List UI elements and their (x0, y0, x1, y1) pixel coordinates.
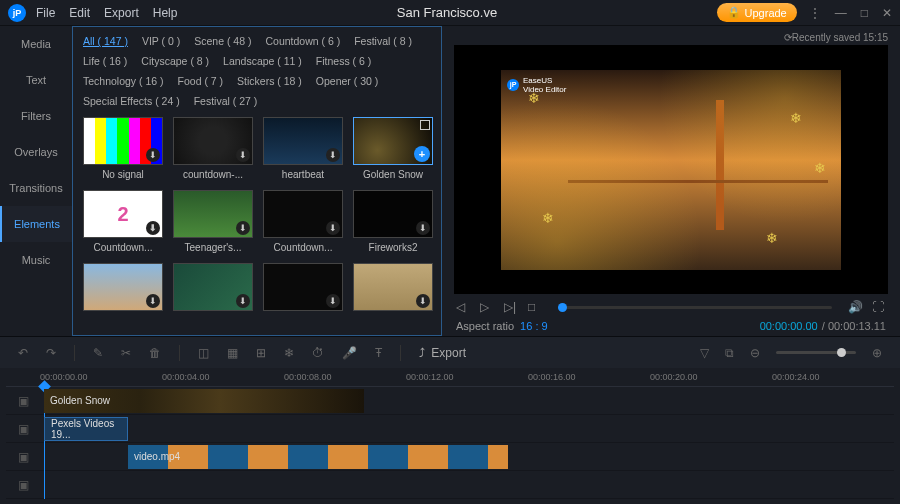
asset-label: No signal (83, 169, 163, 180)
cat-vip[interactable]: VIP ( 0 ) (142, 35, 180, 47)
close-icon[interactable]: ✕ (882, 6, 892, 20)
zoom-out-icon[interactable]: ⊖ (750, 346, 760, 360)
upgrade-button[interactable]: 🔒 Upgrade (717, 3, 797, 22)
cat-fitness[interactable]: Fitness ( 6 ) (316, 55, 371, 67)
asset-item[interactable]: ⬇ (353, 263, 433, 315)
track-empty[interactable]: ▣ (6, 471, 894, 499)
progress-bar[interactable] (558, 306, 832, 309)
asset-item[interactable]: ⬇ Fireworks2 (353, 190, 433, 253)
play-button[interactable]: ▷ (480, 300, 494, 314)
upgrade-label: Upgrade (745, 7, 787, 19)
zoom-tool-icon[interactable]: ⊞ (256, 346, 266, 360)
asset-item[interactable]: ⬇ Teenager's... (173, 190, 253, 253)
download-icon[interactable]: ⬇ (236, 148, 250, 162)
cat-food[interactable]: Food ( 7 ) (178, 75, 224, 87)
export-button[interactable]: ⤴ Export (419, 346, 466, 360)
crop-icon[interactable]: ◫ (198, 346, 209, 360)
preview-viewport[interactable]: jP EaseUSVideo Editor ❄ ❄ ❄ ❄ ❄ (454, 45, 888, 294)
download-icon[interactable]: ⬇ (326, 294, 340, 308)
cat-festival[interactable]: Festival ( 8 ) (354, 35, 412, 47)
tab-text[interactable]: Text (0, 62, 72, 98)
cat-cityscape[interactable]: Cityscape ( 8 ) (141, 55, 209, 67)
download-icon[interactable]: ⬇ (236, 221, 250, 235)
tab-elements[interactable]: Elements (0, 206, 72, 242)
fullscreen-icon[interactable]: ⛶ (872, 300, 886, 314)
zoom-slider[interactable] (776, 351, 856, 354)
asset-item[interactable]: ⬇ heartbeat (263, 117, 343, 180)
lock-icon: 🔒 (727, 6, 741, 19)
cat-specialfx[interactable]: Special Effects ( 24 ) (83, 95, 180, 107)
asset-item-selected[interactable]: + Golden Snow (353, 117, 433, 180)
cat-stickers[interactable]: Stickers ( 18 ) (237, 75, 302, 87)
export-label: Export (431, 346, 466, 360)
split-icon[interactable]: ✂ (121, 346, 131, 360)
asset-item[interactable]: ⬇ (173, 263, 253, 315)
menu-file[interactable]: File (36, 6, 55, 20)
edit-icon[interactable]: ✎ (93, 346, 103, 360)
voice-icon[interactable]: 🎤 (342, 346, 357, 360)
tab-transitions[interactable]: Transitions (0, 170, 72, 206)
zoom-in-icon[interactable]: ⊕ (872, 346, 882, 360)
asset-item[interactable]: ⬇ Countdown... (263, 190, 343, 253)
clip-golden-snow[interactable]: Golden Snow (44, 389, 364, 413)
redo-icon[interactable]: ↷ (46, 346, 56, 360)
download-icon[interactable]: ⬇ (416, 221, 430, 235)
speed-icon[interactable]: ⏱ (312, 346, 324, 360)
aspect-value[interactable]: 16 : 9 (520, 320, 548, 332)
track-video[interactable]: ▣ video.mp4 (6, 443, 894, 471)
tab-filters[interactable]: Filters (0, 98, 72, 134)
asset-item[interactable]: ⬇ No signal (83, 117, 163, 180)
download-icon[interactable]: ⬇ (146, 148, 160, 162)
asset-item[interactable]: ⬇ (83, 263, 163, 315)
clip-video[interactable]: video.mp4 (128, 445, 508, 469)
cat-landscape[interactable]: Landscape ( 11 ) (223, 55, 302, 67)
cat-life[interactable]: Life ( 16 ) (83, 55, 127, 67)
download-icon[interactable]: ⬇ (326, 221, 340, 235)
asset-browser: All ( 147 ) VIP ( 0 ) Scene ( 48 ) Count… (72, 26, 442, 336)
time-ruler[interactable]: 00:00:00.0000:00:04.0000:00:08.0000:00:1… (6, 368, 894, 386)
cat-scene[interactable]: Scene ( 48 ) (194, 35, 251, 47)
maximize-icon[interactable]: □ (861, 6, 868, 20)
menu-export[interactable]: Export (104, 6, 139, 20)
project-title: San Francisco.ve (177, 5, 716, 20)
prev-frame-button[interactable]: ◁ (456, 300, 470, 314)
freeze-icon[interactable]: ❄ (284, 346, 294, 360)
cat-opener[interactable]: Opener ( 30 ) (316, 75, 378, 87)
cat-countdown[interactable]: Countdown ( 6 ) (265, 35, 340, 47)
delete-icon[interactable]: 🗑 (149, 346, 161, 360)
fit-icon[interactable]: ⧉ (725, 346, 734, 360)
tab-media[interactable]: Media (0, 26, 72, 62)
cat-festival2[interactable]: Festival ( 27 ) (194, 95, 258, 107)
tab-overlays[interactable]: Overlays (0, 134, 72, 170)
track-head-icon: ▣ (6, 478, 40, 492)
main-menu: File Edit Export Help (36, 6, 177, 20)
track-overlay[interactable]: ▣ Golden Snow (6, 387, 894, 415)
menu-edit[interactable]: Edit (69, 6, 90, 20)
menu-help[interactable]: Help (153, 6, 178, 20)
download-icon[interactable]: ⬇ (236, 294, 250, 308)
cat-all[interactable]: All ( 147 ) (83, 35, 128, 47)
stop-button[interactable]: □ (528, 300, 542, 314)
next-frame-button[interactable]: ▷| (504, 300, 518, 314)
asset-item[interactable]: ⬇ countdown-... (173, 117, 253, 180)
marker-icon[interactable]: ▽ (700, 346, 709, 360)
settings-icon[interactable]: ⋮ (809, 6, 821, 20)
asset-label: Teenager's... (173, 242, 253, 253)
asset-item[interactable]: ⬇ (263, 263, 343, 315)
track-head-icon: ▣ (6, 394, 40, 408)
download-icon[interactable]: ⬇ (326, 148, 340, 162)
undo-icon[interactable]: ↶ (18, 346, 28, 360)
minimize-icon[interactable]: — (835, 6, 847, 20)
volume-icon[interactable]: 🔊 (848, 300, 862, 314)
cat-technology[interactable]: Technology ( 16 ) (83, 75, 164, 87)
download-icon[interactable]: ⬇ (146, 221, 160, 235)
track-pip[interactable]: ▣ Pexels Videos 19... (6, 415, 894, 443)
download-icon[interactable]: ⬇ (146, 294, 160, 308)
tab-music[interactable]: Music (0, 242, 72, 278)
text-to-speech-icon[interactable]: Ŧ (375, 346, 382, 360)
mosaic-icon[interactable]: ▦ (227, 346, 238, 360)
asset-item[interactable]: 2⬇ Countdown... (83, 190, 163, 253)
clip-pexels[interactable]: Pexels Videos 19... (44, 417, 128, 441)
add-icon[interactable]: + (414, 146, 430, 162)
download-icon[interactable]: ⬇ (416, 294, 430, 308)
